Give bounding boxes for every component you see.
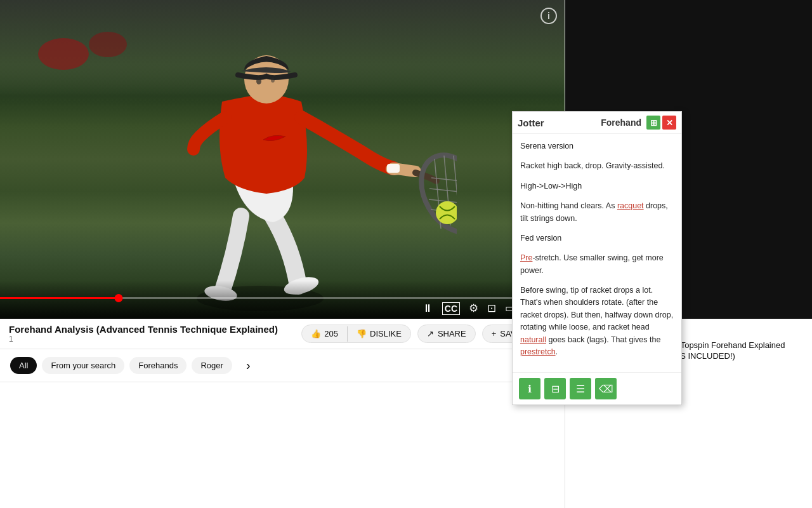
like-count: 205 [324,329,338,338]
video-controls: ⏸ CC ⚙ ⊡ ▭ 📺 ⛶ [0,281,565,319]
miniplayer-button[interactable]: ⊡ [487,302,496,315]
pause-button[interactable]: ⏸ [422,302,433,315]
like-dislike-group: 👍 205 👎 DISLIKE [301,324,411,343]
jotter-bookmark-button[interactable]: ⊟ [544,378,566,399]
progress-bar[interactable] [0,297,565,299]
jotter-footer: ℹ ⊟ ☰ ⌫ [513,372,681,404]
share-label: SHARE [438,329,466,338]
jotter-eraser-button[interactable]: ⌫ [595,378,617,399]
content-area [0,382,565,508]
chip-forehands[interactable]: Forehands [129,357,187,374]
jotter-note-6: Pre-stretch. Use smaller swing, get more… [520,252,674,277]
thumbs-up-icon: 👍 [311,329,321,338]
jotter-note-4: Non-hitting hand clears. As racquet drop… [520,200,674,225]
jotter-note-1: Serena version [520,140,674,152]
progress-filled [0,297,119,299]
chips-more-button[interactable]: › [237,354,259,377]
svg-line-13 [429,189,457,194]
chips-bar: All From your search Forehands Roger › [0,349,565,382]
info-icon[interactable]: i [540,8,557,24]
player-area [76,19,457,311]
chip-roger[interactable]: Roger [192,357,232,374]
subtitles-button[interactable]: CC [442,302,460,315]
jotter-note-3: High->Low->High [520,180,674,192]
svg-rect-17 [387,164,400,173]
video-frame: i ⏸ CC ⚙ ⊡ ▭ 📺 ⛶ [0,0,565,319]
pre-link[interactable]: Pre [520,253,532,262]
thumbs-down-icon: 👎 [357,329,367,338]
jotter-note-5: Fed version [520,232,674,244]
settings-button[interactable]: ⚙ [469,302,478,315]
chip-from-search[interactable]: From your search [42,357,124,374]
jotter-info-button[interactable]: ℹ [519,378,540,399]
like-button[interactable]: 👍 205 [302,325,347,342]
jotter-close-button[interactable]: ✕ [662,116,676,130]
dislike-label: DISLIKE [370,329,402,338]
dislike-button[interactable]: 👎 DISLIKE [348,325,410,342]
jotter-controls: ⊞ ✕ [646,116,676,130]
svg-point-7 [409,144,457,244]
racquet-link[interactable]: racquet [617,201,644,210]
svg-point-5 [256,78,261,84]
share-icon: ↗ [427,329,434,338]
jotter-header: Jotter Forehand ⊞ ✕ [513,112,681,134]
share-button[interactable]: ↗ SHARE [417,324,476,343]
jotter-body: Serena version Racket high back, drop. G… [513,134,681,372]
jotter-title: Jotter [518,117,596,128]
jotter-list-button[interactable]: ☰ [570,378,591,399]
jotter-note-2: Racket high back, drop. Gravity-assisted… [520,160,674,172]
view-count: 1 [9,335,295,344]
chip-all[interactable]: All [10,357,37,374]
prestretch-link[interactable]: prestretch [520,347,556,356]
jotter-tab: Forehand [601,117,641,128]
progress-thumb [114,294,122,302]
jotter-add-button[interactable]: ⊞ [646,116,660,130]
jotter-panel: Jotter Forehand ⊞ ✕ Serena version Racke… [512,111,682,405]
video-title: Forehand Analysis (Advanced Tennis Techn… [9,324,295,335]
naturall-link[interactable]: naturall [520,335,546,344]
save-icon: + [492,329,497,338]
jotter-note-7: Before swing, tip of racket drops a lot.… [520,284,674,358]
svg-point-6 [271,77,275,83]
